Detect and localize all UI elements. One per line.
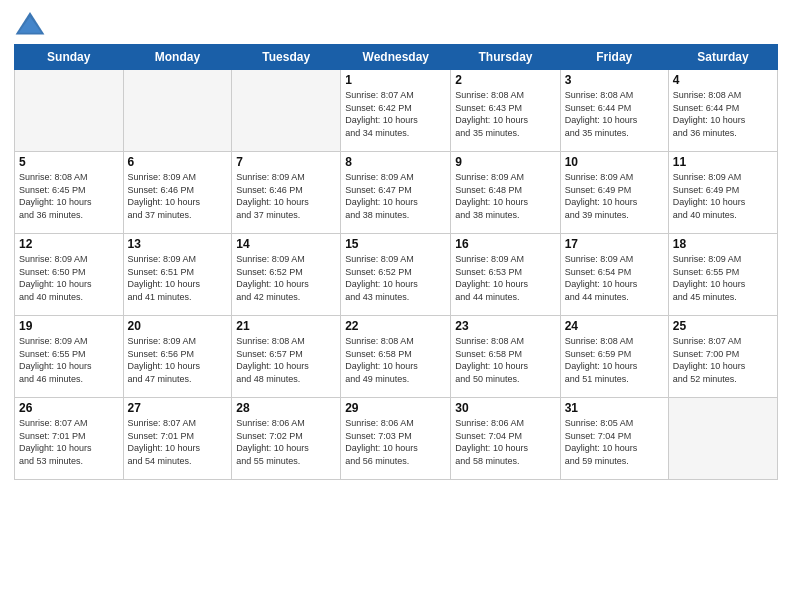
calendar-cell: 30Sunrise: 8:06 AM Sunset: 7:04 PM Dayli…: [451, 398, 560, 480]
day-number: 12: [19, 237, 119, 251]
calendar-cell: 29Sunrise: 8:06 AM Sunset: 7:03 PM Dayli…: [341, 398, 451, 480]
calendar-cell: 2Sunrise: 8:08 AM Sunset: 6:43 PM Daylig…: [451, 70, 560, 152]
calendar-cell: 9Sunrise: 8:09 AM Sunset: 6:48 PM Daylig…: [451, 152, 560, 234]
calendar-cell: 19Sunrise: 8:09 AM Sunset: 6:55 PM Dayli…: [15, 316, 124, 398]
calendar-cell: 7Sunrise: 8:09 AM Sunset: 6:46 PM Daylig…: [232, 152, 341, 234]
page: SundayMondayTuesdayWednesdayThursdayFrid…: [0, 0, 792, 612]
day-info: Sunrise: 8:08 AM Sunset: 6:45 PM Dayligh…: [19, 171, 119, 221]
logo: [14, 10, 50, 38]
day-number: 5: [19, 155, 119, 169]
day-info: Sunrise: 8:09 AM Sunset: 6:48 PM Dayligh…: [455, 171, 555, 221]
day-info: Sunrise: 8:07 AM Sunset: 6:42 PM Dayligh…: [345, 89, 446, 139]
day-info: Sunrise: 8:08 AM Sunset: 6:44 PM Dayligh…: [565, 89, 664, 139]
day-info: Sunrise: 8:06 AM Sunset: 7:04 PM Dayligh…: [455, 417, 555, 467]
calendar-cell: 3Sunrise: 8:08 AM Sunset: 6:44 PM Daylig…: [560, 70, 668, 152]
day-info: Sunrise: 8:08 AM Sunset: 6:57 PM Dayligh…: [236, 335, 336, 385]
day-info: Sunrise: 8:08 AM Sunset: 6:44 PM Dayligh…: [673, 89, 773, 139]
weekday-header-friday: Friday: [560, 45, 668, 70]
day-number: 1: [345, 73, 446, 87]
day-number: 3: [565, 73, 664, 87]
weekday-header-saturday: Saturday: [668, 45, 777, 70]
day-number: 6: [128, 155, 228, 169]
calendar-cell: 10Sunrise: 8:09 AM Sunset: 6:49 PM Dayli…: [560, 152, 668, 234]
day-info: Sunrise: 8:08 AM Sunset: 6:43 PM Dayligh…: [455, 89, 555, 139]
day-number: 22: [345, 319, 446, 333]
calendar-cell: 26Sunrise: 8:07 AM Sunset: 7:01 PM Dayli…: [15, 398, 124, 480]
day-info: Sunrise: 8:09 AM Sunset: 6:52 PM Dayligh…: [236, 253, 336, 303]
day-info: Sunrise: 8:09 AM Sunset: 6:46 PM Dayligh…: [236, 171, 336, 221]
day-info: Sunrise: 8:09 AM Sunset: 6:55 PM Dayligh…: [19, 335, 119, 385]
weekday-header-row: SundayMondayTuesdayWednesdayThursdayFrid…: [15, 45, 778, 70]
day-info: Sunrise: 8:09 AM Sunset: 6:53 PM Dayligh…: [455, 253, 555, 303]
calendar-cell: 21Sunrise: 8:08 AM Sunset: 6:57 PM Dayli…: [232, 316, 341, 398]
calendar-cell: 8Sunrise: 8:09 AM Sunset: 6:47 PM Daylig…: [341, 152, 451, 234]
day-number: 4: [673, 73, 773, 87]
calendar-cell: 28Sunrise: 8:06 AM Sunset: 7:02 PM Dayli…: [232, 398, 341, 480]
calendar-cell: 18Sunrise: 8:09 AM Sunset: 6:55 PM Dayli…: [668, 234, 777, 316]
day-number: 10: [565, 155, 664, 169]
day-number: 18: [673, 237, 773, 251]
calendar-cell: 1Sunrise: 8:07 AM Sunset: 6:42 PM Daylig…: [341, 70, 451, 152]
calendar-cell: 25Sunrise: 8:07 AM Sunset: 7:00 PM Dayli…: [668, 316, 777, 398]
calendar-cell: 23Sunrise: 8:08 AM Sunset: 6:58 PM Dayli…: [451, 316, 560, 398]
calendar-cell: 27Sunrise: 8:07 AM Sunset: 7:01 PM Dayli…: [123, 398, 232, 480]
day-number: 30: [455, 401, 555, 415]
day-info: Sunrise: 8:09 AM Sunset: 6:50 PM Dayligh…: [19, 253, 119, 303]
day-info: Sunrise: 8:09 AM Sunset: 6:54 PM Dayligh…: [565, 253, 664, 303]
day-number: 24: [565, 319, 664, 333]
calendar-cell: 20Sunrise: 8:09 AM Sunset: 6:56 PM Dayli…: [123, 316, 232, 398]
day-number: 9: [455, 155, 555, 169]
day-number: 25: [673, 319, 773, 333]
calendar-cell: 4Sunrise: 8:08 AM Sunset: 6:44 PM Daylig…: [668, 70, 777, 152]
day-number: 14: [236, 237, 336, 251]
day-info: Sunrise: 8:09 AM Sunset: 6:46 PM Dayligh…: [128, 171, 228, 221]
weekday-header-sunday: Sunday: [15, 45, 124, 70]
day-info: Sunrise: 8:07 AM Sunset: 7:00 PM Dayligh…: [673, 335, 773, 385]
day-number: 31: [565, 401, 664, 415]
day-number: 20: [128, 319, 228, 333]
day-number: 21: [236, 319, 336, 333]
calendar-cell: 31Sunrise: 8:05 AM Sunset: 7:04 PM Dayli…: [560, 398, 668, 480]
day-info: Sunrise: 8:09 AM Sunset: 6:51 PM Dayligh…: [128, 253, 228, 303]
day-number: 11: [673, 155, 773, 169]
day-info: Sunrise: 8:06 AM Sunset: 7:03 PM Dayligh…: [345, 417, 446, 467]
calendar-cell: [123, 70, 232, 152]
calendar-week-row: 5Sunrise: 8:08 AM Sunset: 6:45 PM Daylig…: [15, 152, 778, 234]
calendar-cell: [668, 398, 777, 480]
day-info: Sunrise: 8:08 AM Sunset: 6:58 PM Dayligh…: [455, 335, 555, 385]
day-number: 29: [345, 401, 446, 415]
calendar-week-row: 12Sunrise: 8:09 AM Sunset: 6:50 PM Dayli…: [15, 234, 778, 316]
day-number: 7: [236, 155, 336, 169]
weekday-header-wednesday: Wednesday: [341, 45, 451, 70]
day-info: Sunrise: 8:09 AM Sunset: 6:55 PM Dayligh…: [673, 253, 773, 303]
day-info: Sunrise: 8:09 AM Sunset: 6:49 PM Dayligh…: [673, 171, 773, 221]
calendar-table: SundayMondayTuesdayWednesdayThursdayFrid…: [14, 44, 778, 480]
calendar-cell: 16Sunrise: 8:09 AM Sunset: 6:53 PM Dayli…: [451, 234, 560, 316]
day-number: 16: [455, 237, 555, 251]
day-info: Sunrise: 8:09 AM Sunset: 6:47 PM Dayligh…: [345, 171, 446, 221]
calendar-week-row: 1Sunrise: 8:07 AM Sunset: 6:42 PM Daylig…: [15, 70, 778, 152]
day-number: 19: [19, 319, 119, 333]
day-info: Sunrise: 8:08 AM Sunset: 6:59 PM Dayligh…: [565, 335, 664, 385]
calendar-cell: 13Sunrise: 8:09 AM Sunset: 6:51 PM Dayli…: [123, 234, 232, 316]
logo-icon: [14, 10, 46, 38]
weekday-header-monday: Monday: [123, 45, 232, 70]
calendar-cell: [232, 70, 341, 152]
day-number: 27: [128, 401, 228, 415]
day-number: 2: [455, 73, 555, 87]
calendar-week-row: 19Sunrise: 8:09 AM Sunset: 6:55 PM Dayli…: [15, 316, 778, 398]
day-info: Sunrise: 8:08 AM Sunset: 6:58 PM Dayligh…: [345, 335, 446, 385]
day-info: Sunrise: 8:05 AM Sunset: 7:04 PM Dayligh…: [565, 417, 664, 467]
calendar-cell: 15Sunrise: 8:09 AM Sunset: 6:52 PM Dayli…: [341, 234, 451, 316]
day-info: Sunrise: 8:06 AM Sunset: 7:02 PM Dayligh…: [236, 417, 336, 467]
day-number: 13: [128, 237, 228, 251]
day-info: Sunrise: 8:09 AM Sunset: 6:56 PM Dayligh…: [128, 335, 228, 385]
calendar-cell: 11Sunrise: 8:09 AM Sunset: 6:49 PM Dayli…: [668, 152, 777, 234]
day-number: 17: [565, 237, 664, 251]
calendar-cell: 6Sunrise: 8:09 AM Sunset: 6:46 PM Daylig…: [123, 152, 232, 234]
calendar-cell: 17Sunrise: 8:09 AM Sunset: 6:54 PM Dayli…: [560, 234, 668, 316]
day-number: 23: [455, 319, 555, 333]
header: [14, 10, 778, 38]
day-number: 15: [345, 237, 446, 251]
calendar-cell: [15, 70, 124, 152]
